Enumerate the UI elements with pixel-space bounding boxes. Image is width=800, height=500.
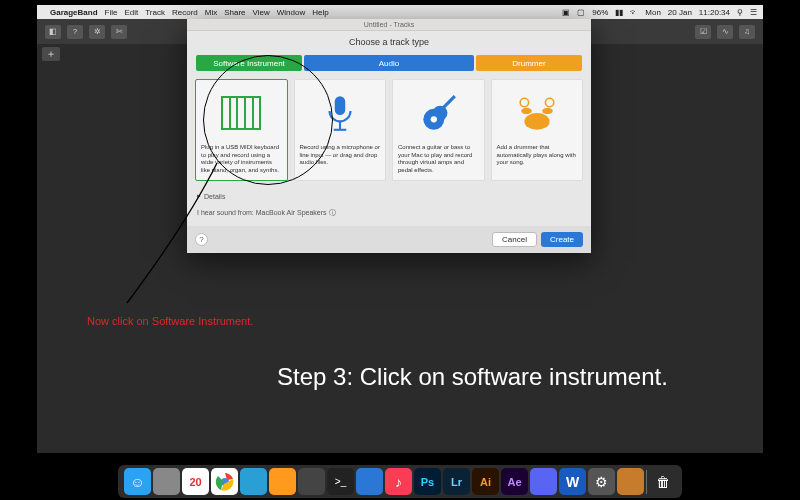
menu-file[interactable]: File: [105, 8, 118, 17]
tab-drummer[interactable]: Drummer: [476, 55, 582, 71]
dock-vscode-icon[interactable]: [356, 468, 383, 495]
dock-settings-icon[interactable]: ⚙: [588, 468, 615, 495]
media-button[interactable]: ♫: [739, 25, 755, 39]
clock-date: 20 Jan: [668, 8, 692, 17]
dock-calendar-icon[interactable]: 20: [182, 468, 209, 495]
svg-point-10: [520, 98, 528, 106]
menu-track[interactable]: Track: [145, 8, 165, 17]
dock-trash-icon[interactable]: 🗑: [649, 468, 676, 495]
dock-music-icon[interactable]: ♪: [385, 468, 412, 495]
airplay-icon[interactable]: ▢: [577, 8, 585, 17]
mac-dock: ☺20>_♪PsLrAiAeW⚙🗑: [118, 465, 682, 498]
card-desc: Plug in a USB MIDI keyboard to play and …: [201, 144, 282, 174]
dock-garageband-icon[interactable]: [617, 468, 644, 495]
mac-menubar: GarageBand File Edit Track Record Mix Sh…: [37, 5, 763, 19]
spotlight-icon[interactable]: ⚲: [737, 8, 743, 17]
svg-point-5: [431, 116, 437, 122]
menu-view[interactable]: View: [253, 8, 270, 17]
guitar-icon: [417, 92, 459, 134]
card-desc: Connect a guitar or bass to your Mac to …: [398, 144, 479, 174]
smart-controls-button[interactable]: ✲: [89, 25, 105, 39]
loops-button[interactable]: ∿: [717, 25, 733, 39]
dock-photoshop-icon[interactable]: Ps: [414, 468, 441, 495]
battery-icon[interactable]: ▮▮: [615, 8, 623, 17]
wifi-icon[interactable]: ᯤ: [630, 8, 638, 17]
window-title: Untitled - Tracks: [364, 21, 415, 28]
card-drummer[interactable]: Add a drummer that automatically plays a…: [491, 79, 584, 181]
track-type-tabs: Software Instrument Audio Drummer: [187, 55, 591, 71]
menu-share[interactable]: Share: [224, 8, 245, 17]
card-desc: Add a drummer that automatically plays a…: [497, 144, 578, 167]
app-name[interactable]: GarageBand: [50, 8, 98, 17]
dock-chrome-icon[interactable]: [211, 468, 238, 495]
tab-audio[interactable]: Audio: [304, 55, 474, 71]
dock-safari-icon[interactable]: [240, 468, 267, 495]
microphone-icon: [319, 92, 361, 134]
menu-record[interactable]: Record: [172, 8, 198, 17]
modal-footer: ? Cancel Create: [187, 226, 591, 253]
menu-edit[interactable]: Edit: [124, 8, 138, 17]
card-desc: Record using a microphone or line input …: [300, 144, 381, 167]
help-button[interactable]: ?: [195, 233, 208, 246]
add-track-button[interactable]: ＋: [42, 47, 60, 61]
annotation-red-note: Now click on Software Instrument.: [87, 315, 253, 327]
dock-terminal-icon[interactable]: >_: [327, 468, 354, 495]
card-audio-guitar[interactable]: Connect a guitar or bass to your Mac to …: [392, 79, 485, 181]
editors-button[interactable]: ✄: [111, 25, 127, 39]
modal-header: Choose a track type: [187, 31, 591, 55]
piano-icon: [220, 92, 262, 134]
card-audio-mic[interactable]: Record using a microphone or line input …: [294, 79, 387, 181]
new-track-modal: Untitled - Tracks Choose a track type So…: [187, 19, 591, 253]
dock-illustrator-icon[interactable]: Ai: [472, 468, 499, 495]
create-button[interactable]: Create: [541, 232, 583, 247]
menu-mix[interactable]: Mix: [205, 8, 217, 17]
desktop-screen: GarageBand File Edit Track Record Mix Sh…: [37, 5, 763, 453]
dock-finder-icon[interactable]: ☺: [124, 468, 151, 495]
drums-icon: [516, 92, 558, 134]
modal-titlebar: Untitled - Tracks: [187, 19, 591, 31]
track-type-cards: Plug in a USB MIDI keyboard to play and …: [187, 71, 591, 189]
notepad-button[interactable]: ☑: [695, 25, 711, 39]
dock-discord-icon[interactable]: [530, 468, 557, 495]
menu-help[interactable]: Help: [312, 8, 328, 17]
clock-time: 11:20:34: [699, 8, 730, 17]
svg-line-6: [442, 96, 455, 109]
battery-percent: 96%: [592, 8, 608, 17]
step-caption-overlay: Step 3: Click on software instrument.: [277, 363, 668, 391]
svg-point-8: [521, 108, 532, 114]
svg-rect-0: [335, 96, 346, 115]
dock-launchpad-icon[interactable]: [153, 468, 180, 495]
svg-point-11: [545, 98, 553, 106]
quick-help-button[interactable]: ?: [67, 25, 83, 39]
dock-pages-icon[interactable]: [269, 468, 296, 495]
library-button[interactable]: ◧: [45, 25, 61, 39]
dock-word-icon[interactable]: W: [559, 468, 586, 495]
details-disclosure[interactable]: ▸ Details: [187, 189, 591, 203]
audio-output-info: I hear sound from: MacBook Air Speakers …: [187, 203, 591, 226]
card-software-instrument[interactable]: Plug in a USB MIDI keyboard to play and …: [195, 79, 288, 181]
dock-sublime-icon[interactable]: [298, 468, 325, 495]
dock-lightroom-icon[interactable]: Lr: [443, 468, 470, 495]
svg-point-7: [524, 113, 549, 130]
tab-software-instrument[interactable]: Software Instrument: [196, 55, 302, 71]
clock-day: Mon: [645, 8, 661, 17]
screen-share-icon[interactable]: ▣: [562, 8, 570, 17]
cancel-button[interactable]: Cancel: [492, 232, 537, 247]
svg-point-9: [542, 108, 553, 114]
dock-aftereffects-icon[interactable]: Ae: [501, 468, 528, 495]
help-icon[interactable]: ⓘ: [329, 209, 336, 216]
menu-window[interactable]: Window: [277, 8, 305, 17]
notifications-icon[interactable]: ☰: [750, 8, 757, 17]
